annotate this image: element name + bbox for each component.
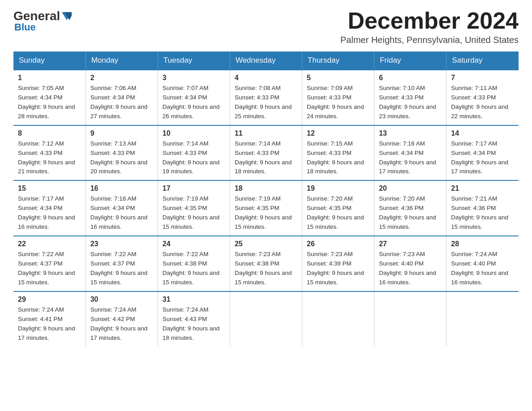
day-info: Sunrise: 7:22 AMSunset: 4:37 PMDaylight:… — [90, 251, 148, 286]
day-info: Sunrise: 7:13 AMSunset: 4:33 PMDaylight:… — [90, 140, 148, 175]
calendar-cell: 17 Sunrise: 7:19 AMSunset: 4:35 PMDaylig… — [158, 180, 230, 236]
day-of-week-header: Thursday — [302, 51, 374, 70]
day-info: Sunrise: 7:21 AMSunset: 4:36 PMDaylight:… — [451, 195, 508, 230]
day-number: 20 — [379, 184, 442, 193]
calendar-cell: 27 Sunrise: 7:23 AMSunset: 4:40 PMDaylig… — [374, 236, 446, 291]
day-info: Sunrise: 7:16 AMSunset: 4:34 PMDaylight:… — [379, 140, 436, 175]
day-number: 10 — [163, 129, 225, 137]
calendar-cell: 5 Sunrise: 7:09 AMSunset: 4:33 PMDayligh… — [302, 70, 374, 125]
calendar-week-row: 22 Sunrise: 7:22 AMSunset: 4:37 PMDaylig… — [13, 236, 519, 291]
calendar-cell: 30 Sunrise: 7:24 AMSunset: 4:42 PMDaylig… — [86, 291, 158, 347]
calendar-cell: 3 Sunrise: 7:07 AMSunset: 4:34 PMDayligh… — [158, 70, 230, 125]
day-number: 3 — [163, 74, 225, 82]
calendar-week-row: 29 Sunrise: 7:24 AMSunset: 4:41 PMDaylig… — [13, 291, 519, 347]
day-number: 21 — [451, 184, 514, 193]
day-number: 24 — [163, 240, 225, 248]
logo: General Blue — [13, 9, 72, 33]
calendar-cell: 24 Sunrise: 7:22 AMSunset: 4:38 PMDaylig… — [158, 236, 230, 291]
calendar-table: SundayMondayTuesdayWednesdayThursdayFrid… — [13, 51, 519, 346]
day-number: 27 — [379, 240, 442, 248]
calendar-cell: 14 Sunrise: 7:17 AMSunset: 4:34 PMDaylig… — [446, 125, 519, 181]
calendar-cell: 20 Sunrise: 7:20 AMSunset: 4:36 PMDaylig… — [374, 180, 446, 236]
day-number: 8 — [18, 129, 81, 137]
day-info: Sunrise: 7:24 AMSunset: 4:40 PMDaylight:… — [451, 251, 508, 286]
day-of-week-header: Monday — [86, 51, 158, 70]
calendar-cell: 23 Sunrise: 7:22 AMSunset: 4:37 PMDaylig… — [86, 236, 158, 291]
day-info: Sunrise: 7:23 AMSunset: 4:40 PMDaylight:… — [379, 251, 436, 286]
day-number: 1 — [18, 74, 81, 82]
day-number: 14 — [451, 129, 514, 137]
day-of-week-header: Wednesday — [230, 51, 302, 70]
calendar-cell: 11 Sunrise: 7:14 AMSunset: 4:33 PMDaylig… — [230, 125, 302, 181]
day-info: Sunrise: 7:23 AMSunset: 4:38 PMDaylight:… — [235, 251, 292, 286]
calendar-cell — [230, 291, 302, 347]
day-number: 2 — [90, 74, 153, 82]
day-number: 12 — [307, 129, 369, 137]
day-number: 25 — [235, 240, 297, 248]
calendar-cell: 28 Sunrise: 7:24 AMSunset: 4:40 PMDaylig… — [446, 236, 519, 291]
day-number: 15 — [18, 184, 81, 193]
calendar-cell: 13 Sunrise: 7:16 AMSunset: 4:34 PMDaylig… — [374, 125, 446, 181]
location-text: Palmer Heights, Pennsylvania, United Sta… — [340, 35, 519, 45]
day-of-week-header: Friday — [374, 51, 446, 70]
day-number: 4 — [235, 74, 297, 82]
calendar-cell: 6 Sunrise: 7:10 AMSunset: 4:33 PMDayligh… — [374, 70, 446, 125]
day-info: Sunrise: 7:24 AMSunset: 4:42 PMDaylight:… — [90, 306, 148, 341]
day-info: Sunrise: 7:17 AMSunset: 4:34 PMDaylight:… — [18, 195, 75, 230]
day-info: Sunrise: 7:20 AMSunset: 4:36 PMDaylight:… — [379, 195, 436, 230]
title-section: December 2024 Palmer Heights, Pennsylvan… — [340, 9, 519, 45]
day-of-week-header: Tuesday — [158, 51, 230, 70]
day-info: Sunrise: 7:15 AMSunset: 4:33 PMDaylight:… — [307, 140, 364, 175]
calendar-cell: 29 Sunrise: 7:24 AMSunset: 4:41 PMDaylig… — [13, 291, 86, 347]
day-number: 5 — [307, 74, 369, 82]
day-info: Sunrise: 7:18 AMSunset: 4:34 PMDaylight:… — [90, 195, 148, 230]
month-title: December 2024 — [340, 9, 519, 32]
calendar-week-row: 15 Sunrise: 7:17 AMSunset: 4:34 PMDaylig… — [13, 180, 519, 236]
calendar-cell — [446, 291, 519, 347]
day-number: 26 — [307, 240, 369, 248]
page-header: General Blue December 2024 Palmer Height… — [13, 9, 519, 45]
day-number: 30 — [90, 295, 153, 304]
day-info: Sunrise: 7:22 AMSunset: 4:37 PMDaylight:… — [18, 251, 75, 286]
calendar-cell: 4 Sunrise: 7:08 AMSunset: 4:33 PMDayligh… — [230, 70, 302, 125]
day-info: Sunrise: 7:09 AMSunset: 4:33 PMDaylight:… — [307, 85, 364, 120]
calendar-cell: 7 Sunrise: 7:11 AMSunset: 4:33 PMDayligh… — [446, 70, 519, 125]
calendar-header-row: SundayMondayTuesdayWednesdayThursdayFrid… — [13, 51, 519, 70]
day-of-week-header: Saturday — [446, 51, 519, 70]
calendar-cell: 25 Sunrise: 7:23 AMSunset: 4:38 PMDaylig… — [230, 236, 302, 291]
day-info: Sunrise: 7:24 AMSunset: 4:41 PMDaylight:… — [18, 306, 75, 341]
calendar-cell: 26 Sunrise: 7:23 AMSunset: 4:39 PMDaylig… — [302, 236, 374, 291]
day-number: 31 — [163, 295, 225, 304]
calendar-cell: 15 Sunrise: 7:17 AMSunset: 4:34 PMDaylig… — [13, 180, 86, 236]
day-number: 17 — [163, 184, 225, 193]
day-info: Sunrise: 7:17 AMSunset: 4:34 PMDaylight:… — [451, 140, 508, 175]
logo-blue-text: Blue — [14, 21, 72, 33]
day-number: 19 — [307, 184, 369, 193]
calendar-cell: 10 Sunrise: 7:14 AMSunset: 4:33 PMDaylig… — [158, 125, 230, 181]
day-number: 23 — [90, 240, 153, 248]
day-info: Sunrise: 7:11 AMSunset: 4:33 PMDaylight:… — [451, 85, 508, 120]
calendar-cell: 12 Sunrise: 7:15 AMSunset: 4:33 PMDaylig… — [302, 125, 374, 181]
calendar-cell: 19 Sunrise: 7:20 AMSunset: 4:35 PMDaylig… — [302, 180, 374, 236]
day-number: 13 — [379, 129, 442, 137]
day-of-week-header: Sunday — [13, 51, 86, 70]
day-info: Sunrise: 7:10 AMSunset: 4:33 PMDaylight:… — [379, 85, 436, 120]
day-number: 9 — [90, 129, 153, 137]
day-info: Sunrise: 7:14 AMSunset: 4:33 PMDaylight:… — [163, 140, 220, 175]
day-number: 6 — [379, 74, 442, 82]
day-number: 18 — [235, 184, 297, 193]
calendar-cell: 31 Sunrise: 7:24 AMSunset: 4:43 PMDaylig… — [158, 291, 230, 347]
calendar-cell: 8 Sunrise: 7:12 AMSunset: 4:33 PMDayligh… — [13, 125, 86, 181]
calendar-cell — [374, 291, 446, 347]
day-number: 11 — [235, 129, 297, 137]
day-info: Sunrise: 7:23 AMSunset: 4:39 PMDaylight:… — [307, 251, 364, 286]
day-number: 22 — [18, 240, 81, 248]
day-number: 7 — [451, 74, 514, 82]
day-info: Sunrise: 7:22 AMSunset: 4:38 PMDaylight:… — [163, 251, 220, 286]
day-info: Sunrise: 7:19 AMSunset: 4:35 PMDaylight:… — [235, 195, 292, 230]
calendar-cell: 2 Sunrise: 7:06 AMSunset: 4:34 PMDayligh… — [86, 70, 158, 125]
calendar-cell: 22 Sunrise: 7:22 AMSunset: 4:37 PMDaylig… — [13, 236, 86, 291]
day-info: Sunrise: 7:05 AMSunset: 4:34 PMDaylight:… — [18, 85, 75, 120]
calendar-cell: 18 Sunrise: 7:19 AMSunset: 4:35 PMDaylig… — [230, 180, 302, 236]
day-info: Sunrise: 7:12 AMSunset: 4:33 PMDaylight:… — [18, 140, 75, 175]
